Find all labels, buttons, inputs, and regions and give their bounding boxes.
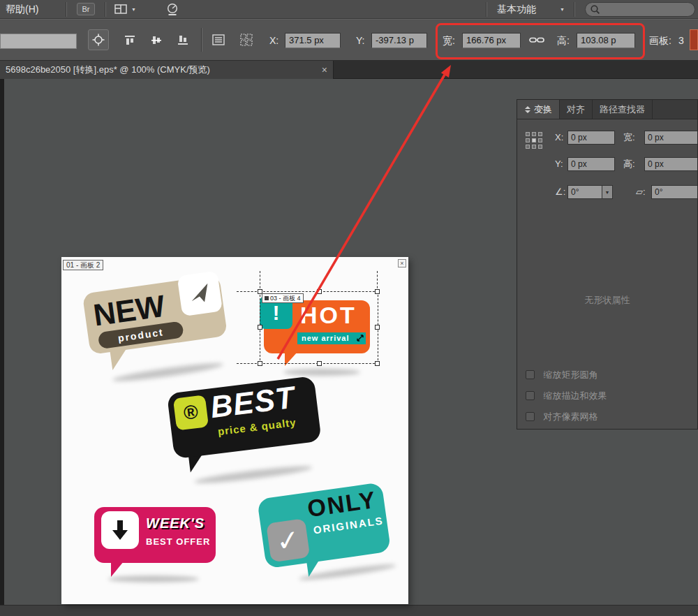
transform-panel: 变换 对齐 路径查找器 X: 0 px 宽: 0 px Y: 0 px 高: 0… <box>517 99 698 430</box>
only-badge[interactable]: ✓ ONLY ORIGINALS <box>252 473 401 596</box>
artboard-count-value: 3 <box>678 33 684 48</box>
week-badge[interactable]: WEEK'S BEST OFFER <box>94 501 220 584</box>
annotation-highlight-box <box>436 23 645 59</box>
checkbox-row-pixel-grid[interactable]: 对齐像素网格 <box>526 410 597 423</box>
artboard-icon[interactable] <box>690 29 698 50</box>
tab-transform[interactable]: 变换 <box>517 100 560 119</box>
panel-height-input[interactable]: 0 px <box>644 157 698 171</box>
new-badge[interactable]: NEW product <box>82 270 237 390</box>
separator <box>201 28 202 52</box>
selection-handle[interactable] <box>317 361 322 366</box>
panel-angle-label: ∠: <box>555 185 565 199</box>
canvas-scrollbar-area[interactable] <box>0 605 698 616</box>
menu-help[interactable]: 帮助(H) <box>6 0 38 19</box>
panel-angle-input[interactable]: 0° <box>567 185 602 199</box>
transform-reference-button[interactable] <box>88 29 109 50</box>
separator <box>105 2 106 17</box>
panel-y-label: Y: <box>555 157 563 171</box>
artboard-count-label: 画板: <box>649 33 671 48</box>
panel-y-input[interactable]: 0 px <box>567 157 615 171</box>
selection-guide <box>237 291 260 292</box>
selection-handle[interactable] <box>258 361 262 366</box>
selection-handle[interactable] <box>258 325 262 330</box>
panel-width-label: 宽: <box>623 131 635 145</box>
options-list-button[interactable] <box>209 31 228 49</box>
checkbox[interactable] <box>526 412 535 421</box>
panel-tab-bar: 变换 对齐 路径查找器 <box>517 100 697 119</box>
selection-handle[interactable] <box>375 289 380 294</box>
badge-shadow <box>194 463 313 486</box>
badge-mark-square: ® <box>173 395 209 430</box>
no-shape-properties-message: 无形状属性 <box>517 294 697 307</box>
panel-height-label: 高: <box>623 157 635 171</box>
checkbox-row-corners[interactable]: 缩放矩形圆角 <box>526 368 597 381</box>
selection-handle[interactable] <box>375 325 380 330</box>
artboard-close-icon[interactable]: × <box>398 259 406 267</box>
best-badge[interactable]: ® BEST price & qualty <box>166 368 332 491</box>
checkbox-row-strokes[interactable]: 缩放描边和效果 <box>526 389 607 402</box>
badge-check-square: ✓ <box>266 518 310 562</box>
search-icon <box>590 4 600 15</box>
artboard-name-label: 01 - 画板 2 <box>63 260 103 270</box>
badge-title: WEEK'S <box>146 515 205 531</box>
crosshair-icon <box>92 34 105 46</box>
panel-body: X: 0 px 宽: 0 px Y: 0 px 高: 0 px ∠: 0° ▼ … <box>517 119 697 429</box>
search-input[interactable] <box>585 2 695 17</box>
document-title: 5698c26be2050 [转换].eps* @ 100% (CMYK/预览) <box>0 61 311 79</box>
list-icon <box>212 34 225 45</box>
menu-bar: 帮助(H) Br ▼ 基本功能 ▼ <box>0 0 698 19</box>
tab-pathfinder[interactable]: 路径查找器 <box>593 100 653 119</box>
badge-subtitle: BEST OFFER <box>146 536 210 547</box>
chevron-down-icon[interactable]: ▼ <box>131 7 136 12</box>
chevron-down-icon[interactable]: ▼ <box>560 7 565 12</box>
reference-point-locator[interactable] <box>526 132 542 149</box>
selection-bounding-box[interactable]: 03 - 画板 4 <box>260 291 378 364</box>
align-center-icon <box>151 35 162 45</box>
workspace-switcher[interactable]: 基本功能 <box>497 0 536 19</box>
y-label: Y: <box>356 33 364 48</box>
selection-guide <box>237 363 260 364</box>
align-top-button[interactable] <box>121 32 138 47</box>
badge-tail <box>111 562 124 577</box>
appearance-swatch-box[interactable] <box>0 34 77 49</box>
align-center-button[interactable] <box>148 32 165 47</box>
panel-shear-label: ▱: <box>636 185 646 199</box>
checkbox[interactable] <box>526 391 535 400</box>
y-input[interactable]: -397.13 p <box>371 33 427 48</box>
panel-x-input[interactable]: 0 px <box>567 131 615 145</box>
label-tab-icon <box>265 296 269 300</box>
panel-shear-input[interactable]: 0° <box>651 185 698 199</box>
bridge-button[interactable]: Br <box>77 3 95 15</box>
cs-live-icon[interactable] <box>166 3 179 16</box>
selection-handle[interactable] <box>317 289 322 294</box>
document-tab[interactable]: 5698c26be2050 [转换].eps* @ 100% (CMYK/预览)… <box>0 61 334 79</box>
artboard[interactable]: 01 - 画板 2 × NEW product ! HOT new arriva… <box>61 257 408 604</box>
close-icon[interactable]: × <box>322 61 327 79</box>
separator <box>574 2 575 17</box>
collapse-icon <box>524 105 531 114</box>
checkbox[interactable] <box>526 370 535 379</box>
separator <box>486 2 487 17</box>
artboard-grid-button[interactable] <box>237 31 255 49</box>
selection-handle[interactable] <box>375 361 380 366</box>
align-bottom-icon <box>177 35 188 45</box>
arrange-documents-icon[interactable] <box>114 4 127 14</box>
bird-arrow-icon <box>186 280 213 307</box>
tab-align[interactable]: 对齐 <box>560 100 593 119</box>
x-input[interactable]: 371.5 px <box>285 33 341 48</box>
panel-width-input[interactable]: 0 px <box>644 131 698 145</box>
canvas-left-edge <box>0 79 4 616</box>
angle-dropdown-icon[interactable]: ▼ <box>602 185 613 199</box>
grid-icon <box>240 34 253 46</box>
document-tab-bar: 5698c26be2050 [转换].eps* @ 100% (CMYK/预览)… <box>0 61 698 79</box>
selected-artboard-label: 03 - 画板 4 <box>262 293 304 303</box>
align-bottom-button[interactable] <box>174 32 191 47</box>
align-top-icon <box>124 35 135 45</box>
badge-corner-square <box>101 511 139 549</box>
x-label: X: <box>269 33 279 48</box>
illustrator-window: 01 - 画板 2 × NEW product ! HOT new arriva… <box>0 0 698 616</box>
panel-x-label: X: <box>555 131 563 145</box>
separator <box>66 2 67 17</box>
down-arrow-icon <box>110 519 130 541</box>
badge-corner-square <box>177 271 223 317</box>
